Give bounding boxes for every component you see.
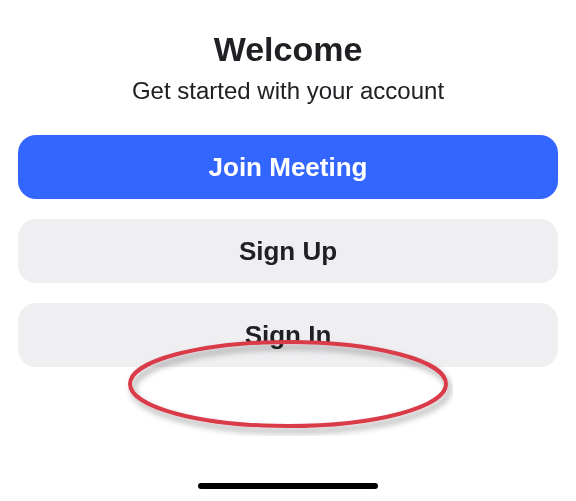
welcome-title: Welcome bbox=[214, 30, 363, 69]
welcome-subtitle: Get started with your account bbox=[132, 77, 444, 105]
sign-up-button[interactable]: Sign Up bbox=[18, 219, 558, 283]
sign-in-button[interactable]: Sign In bbox=[18, 303, 558, 367]
home-indicator bbox=[198, 483, 378, 489]
join-meeting-button[interactable]: Join Meeting bbox=[18, 135, 558, 199]
